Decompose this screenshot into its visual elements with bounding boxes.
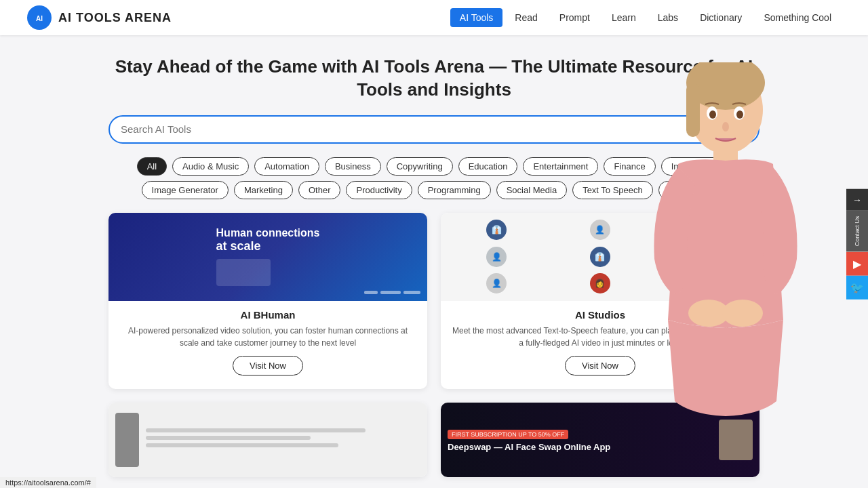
cards-grid: Human connectionsat scale AI BHuman AI-p… — [108, 213, 760, 389]
category-tag-finance[interactable]: Finance — [604, 157, 655, 176]
card-video-studio-preview — [108, 403, 427, 477]
category-tag-productivity[interactable]: Productivity — [346, 181, 412, 199]
category-tag-image-editor[interactable]: Image Editor — [661, 157, 732, 176]
category-tag-programming[interactable]: Programming — [418, 181, 491, 199]
card-ai-studios-body: AI Studios Meet the most advanced Text-t… — [441, 301, 760, 389]
video-studio-text-lines — [139, 428, 420, 451]
card-ai-studios-image: 👔 👤 👩 👤 👔 👩 👤 👩 👔 — [441, 213, 760, 301]
category-tag-text-to-speech[interactable]: Text To Speech — [572, 181, 653, 199]
bottom-cards: FIRST SUBSCRIPTION UP TO 50% OFF Deepswa… — [108, 403, 760, 477]
side-contact-btn[interactable]: Contact Us — [846, 211, 868, 252]
side-buttons: → Contact Us ▶ 🐦 — [846, 189, 868, 300]
nav-link-prompt[interactable]: Prompt — [550, 8, 599, 27]
logo-text: AI TOOLS ARENA — [58, 11, 172, 25]
category-tag-marketing[interactable]: Marketing — [234, 181, 293, 199]
nav-link-dictionary[interactable]: Dictionary — [690, 8, 751, 27]
category-tag-social-media[interactable]: Social Media — [496, 181, 567, 199]
text-line-1 — [146, 428, 366, 432]
studio-avatar-5: 👔 — [590, 247, 610, 267]
card-ai-bhuman-visit-btn[interactable]: Visit Now — [233, 356, 303, 375]
card-ai-studios-title: AI Studios — [452, 309, 749, 321]
card-ai-bhuman-body: AI BHuman AI-powered personalized video … — [108, 301, 427, 389]
nav-link-something-cool[interactable]: Something Cool — [754, 8, 841, 27]
search-divider — [725, 123, 726, 136]
deepswap-badge: FIRST SUBSCRIPTION UP TO 50% OFF — [448, 430, 568, 439]
logo-icon: AI — [27, 5, 52, 30]
card-deepswap-text-area: FIRST SUBSCRIPTION UP TO 50% OFF Deepswa… — [448, 427, 712, 452]
studio-avatar-2: 👤 — [590, 220, 610, 240]
category-tag-other[interactable]: Other — [298, 181, 341, 199]
card-ai-studios: 👔 👤 👩 👤 👔 👩 👤 👩 👔 AI Studios Meet the mo… — [441, 213, 760, 389]
svg-text:AI: AI — [36, 15, 43, 22]
studio-avatar-1: 👔 — [486, 220, 507, 240]
card-ai-studios-visit-btn[interactable]: Visit Now — [565, 356, 635, 375]
studio-avatar-3: 👩 — [694, 220, 714, 240]
card-ai-bhuman: Human connectionsat scale AI BHuman AI-p… — [108, 213, 427, 389]
studio-avatar-9: 👔 — [694, 273, 714, 293]
nav-link-read[interactable]: Read — [505, 8, 547, 27]
url-bar: https://aitoolsarena.com/# — [0, 477, 96, 488]
card-ai-bhuman-image: Human connectionsat scale — [108, 213, 427, 301]
category-tag-automation[interactable]: Automation — [254, 157, 319, 176]
nav-link-labs[interactable]: Labs — [648, 8, 688, 27]
nav-link-learn[interactable]: Learn — [602, 8, 646, 27]
category-tag-audio-and-music[interactable]: Audio & Music — [172, 157, 249, 176]
category-tag-image-generator[interactable]: Image Generator — [142, 181, 229, 199]
studio-avatar-7: 👤 — [486, 273, 507, 293]
text-line-3 — [146, 443, 338, 447]
card-deepswap-preview: FIRST SUBSCRIPTION UP TO 50% OFF Deepswa… — [441, 403, 760, 477]
card-ai-studios-desc: Meet the most advanced Text-to-Speech fe… — [452, 325, 749, 349]
deepswap-avatar — [719, 420, 753, 460]
studio-avatar-4: 👤 — [486, 247, 507, 267]
navbar: AI AI TOOLS ARENA AI ToolsReadPromptLear… — [0, 0, 868, 35]
search-button[interactable]: 🔍 — [732, 122, 747, 137]
category-tag-business[interactable]: Business — [325, 157, 381, 176]
logo[interactable]: AI AI TOOLS ARENA — [27, 5, 172, 30]
video-studio-avatar — [115, 413, 139, 467]
card-ai-bhuman-desc: AI-powered personalized video solution, … — [119, 325, 416, 349]
hero-title: Stay Ahead of the Game with AI Tools Are… — [108, 56, 760, 102]
nav-link-ai-tools[interactable]: AI Tools — [450, 8, 503, 27]
card-video-studio — [108, 403, 427, 477]
side-arrow-btn[interactable]: → — [846, 189, 868, 211]
search-dropdown-arrow[interactable]: ⌄ — [705, 124, 713, 135]
card-ai-bhuman-title: AI BHuman — [119, 309, 416, 321]
studio-avatar-8: 👩 — [590, 273, 610, 293]
card-deepswap: FIRST SUBSCRIPTION UP TO 50% OFF Deepswa… — [441, 403, 760, 477]
category-tags: AllAudio & MusicAutomationBusinessCopywr… — [108, 157, 760, 199]
category-tag-video-editor[interactable]: Video Editor — [658, 181, 727, 199]
side-twitter-btn[interactable]: 🐦 — [846, 275, 868, 299]
text-line-2 — [146, 436, 311, 440]
category-tag-education[interactable]: Education — [458, 157, 518, 176]
search-input[interactable] — [121, 123, 705, 135]
deepswap-title: Deepswap — AI Face Swap Online App — [448, 442, 712, 452]
category-tag-entertainment[interactable]: Entertainment — [523, 157, 598, 176]
category-tag-copywriting[interactable]: Copywriting — [387, 157, 453, 176]
category-tag-all[interactable]: All — [137, 157, 167, 176]
nav-links: AI ToolsReadPromptLearnLabsDictionarySom… — [450, 8, 841, 27]
studio-avatar-6: 👩 — [694, 247, 714, 267]
side-youtube-btn[interactable]: ▶ — [846, 251, 868, 275]
search-bar: ⌄ 🔍 — [108, 115, 760, 144]
